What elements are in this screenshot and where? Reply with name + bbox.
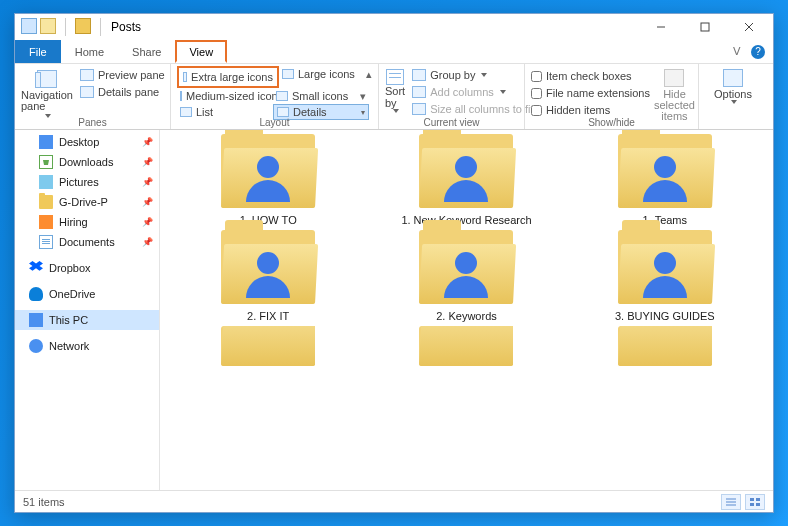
sort-by-button[interactable]: Sort by — [385, 66, 405, 113]
svg-rect-8 — [756, 498, 760, 501]
folder-label: 2. Keywords — [436, 310, 497, 322]
folder-icon — [618, 326, 712, 366]
folder-label: 3. BUYING GUIDES — [615, 310, 715, 322]
folder-icon — [221, 326, 315, 366]
maximize-button[interactable] — [683, 14, 727, 40]
status-bar: 51 items — [15, 490, 773, 512]
folder-icon — [618, 230, 712, 304]
group-label: Current view — [379, 117, 524, 128]
sidebar-item-hiring[interactable]: Hiring📌 — [15, 212, 159, 232]
file-name-extensions-toggle[interactable]: File name extensions — [531, 85, 650, 101]
sidebar-item-gdrive[interactable]: G-Drive-P📌 — [15, 192, 159, 212]
window-folder-icon — [75, 18, 91, 34]
folder-label: 2. FIX IT — [247, 310, 289, 322]
group-by-button[interactable]: Group by — [409, 66, 536, 83]
sidebar-item-pictures[interactable]: Pictures📌 — [15, 172, 159, 192]
titlebar: Posts — [15, 14, 773, 40]
ribbon-collapse-icon[interactable]: ᐯ — [733, 45, 741, 58]
pin-icon: 📌 — [142, 137, 153, 147]
group-label: Show/hide — [525, 117, 698, 128]
window-controls — [639, 14, 771, 40]
hide-selected-items-button[interactable]: Hide selected items — [654, 66, 695, 122]
folder-icon — [221, 134, 315, 208]
help-icon[interactable]: ? — [751, 45, 765, 59]
layout-extra-large-icons[interactable]: Extra large icons — [180, 69, 276, 85]
qat-icon[interactable] — [21, 18, 37, 34]
folder-icon — [221, 230, 315, 304]
sidebar-item-onedrive[interactable]: OneDrive — [15, 284, 159, 304]
navigation-sidebar: Desktop📌 Downloads📌 Pictures📌 G-Drive-P📌… — [15, 130, 160, 490]
folder-icon — [419, 326, 513, 366]
explorer-window: Posts File Home Share View ᐯ ? Navigatio… — [14, 13, 774, 513]
svg-rect-7 — [750, 498, 754, 501]
close-button[interactable] — [727, 14, 771, 40]
pin-icon: 📌 — [142, 237, 153, 247]
add-columns-button[interactable]: Add columns — [409, 83, 536, 100]
status-item-count: 51 items — [23, 496, 65, 508]
ribbon: Navigation pane Preview pane Details pan… — [15, 64, 773, 130]
quick-access-toolbar — [17, 18, 107, 36]
sidebar-item-desktop[interactable]: Desktop📌 — [15, 132, 159, 152]
options-button[interactable]: Options — [705, 66, 761, 104]
folder-item[interactable]: 1. New Keyword Research — [372, 134, 560, 226]
ribbon-tabs: File Home Share View ᐯ ? — [15, 40, 773, 64]
layout-large-icons[interactable]: Large icons▴ — [279, 66, 375, 82]
minimize-button[interactable] — [639, 14, 683, 40]
svg-rect-9 — [750, 503, 754, 506]
sidebar-item-documents[interactable]: Documents📌 — [15, 232, 159, 252]
folder-item[interactable] — [571, 326, 759, 366]
window-title: Posts — [111, 20, 141, 34]
group-label: Layout — [171, 117, 378, 128]
folder-item[interactable]: 1. HOW TO — [174, 134, 362, 226]
pin-icon: 📌 — [142, 157, 153, 167]
sidebar-item-downloads[interactable]: Downloads📌 — [15, 152, 159, 172]
layout-medium-icons[interactable]: Medium-sized icons — [177, 88, 273, 104]
view-thumbnails-button[interactable] — [745, 494, 765, 510]
folder-label: 1. New Keyword Research — [401, 214, 531, 226]
sidebar-item-this-pc[interactable]: This PC — [15, 310, 159, 330]
tab-home[interactable]: Home — [61, 40, 118, 63]
file-view[interactable]: 1. HOW TO 1. New Keyword Research 1. Tea… — [160, 130, 773, 490]
svg-rect-1 — [701, 23, 709, 31]
navigation-pane-button[interactable]: Navigation pane — [21, 66, 73, 118]
folder-item[interactable] — [174, 326, 362, 366]
size-columns-button[interactable]: Size all columns to fit — [409, 100, 536, 117]
pin-icon: 📌 — [142, 217, 153, 227]
pin-icon: 📌 — [142, 197, 153, 207]
folder-item[interactable]: 1. Teams — [571, 134, 759, 226]
group-label: Panes — [15, 117, 170, 128]
layout-small-icons[interactable]: Small icons▾ — [273, 88, 369, 104]
folder-item[interactable]: 2. Keywords — [372, 230, 560, 322]
folder-item[interactable]: 2. FIX IT — [174, 230, 362, 322]
sidebar-item-network[interactable]: Network — [15, 336, 159, 356]
sidebar-item-dropbox[interactable]: Dropbox — [15, 258, 159, 278]
folder-item[interactable]: 3. BUYING GUIDES — [571, 230, 759, 322]
tab-file[interactable]: File — [15, 40, 61, 63]
folder-icon — [618, 134, 712, 208]
pin-icon: 📌 — [142, 177, 153, 187]
folder-item[interactable] — [372, 326, 560, 366]
svg-rect-10 — [756, 503, 760, 506]
details-pane-button[interactable]: Details pane — [77, 83, 168, 100]
tab-view[interactable]: View — [175, 40, 227, 63]
hidden-items-toggle[interactable]: Hidden items — [531, 102, 650, 118]
folder-icon — [419, 134, 513, 208]
qat-icon[interactable] — [40, 18, 56, 34]
view-details-button[interactable] — [721, 494, 741, 510]
preview-pane-button[interactable]: Preview pane — [77, 66, 168, 83]
tab-share[interactable]: Share — [118, 40, 175, 63]
folder-icon — [419, 230, 513, 304]
item-check-boxes-toggle[interactable]: Item check boxes — [531, 68, 650, 84]
content-area: Desktop📌 Downloads📌 Pictures📌 G-Drive-P📌… — [15, 130, 773, 490]
